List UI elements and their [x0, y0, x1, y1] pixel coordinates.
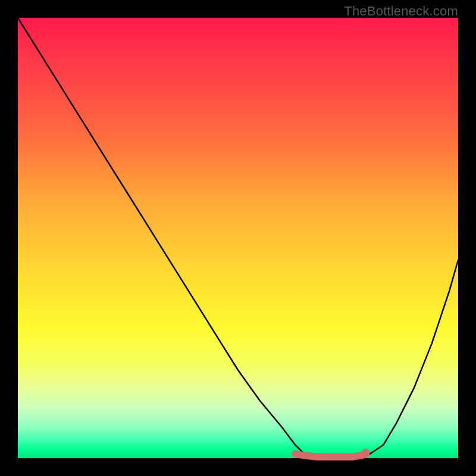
chart-svg [18, 18, 458, 458]
chart-frame: TheBottleneck.com [0, 0, 476, 476]
bottleneck-curve [18, 18, 458, 458]
plot-area [18, 18, 458, 458]
flat-region-curve [295, 454, 365, 457]
watermark-text: TheBottleneck.com [344, 4, 458, 19]
flat-region-end-dot [362, 449, 370, 457]
